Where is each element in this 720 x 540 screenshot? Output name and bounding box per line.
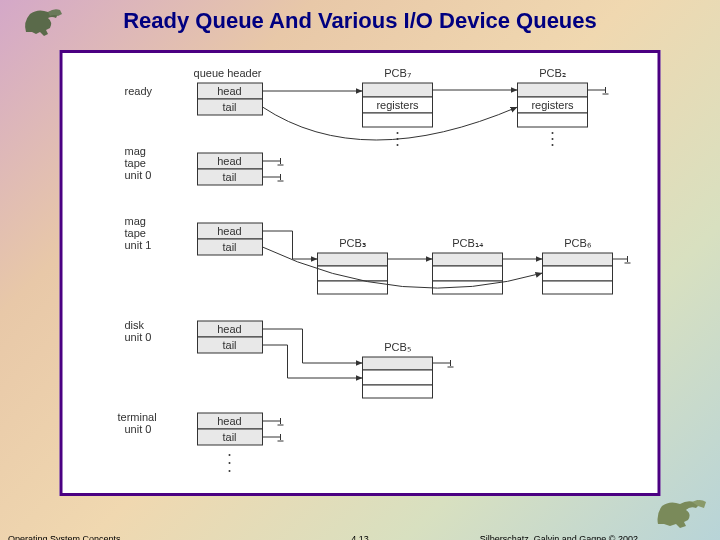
pcb5-label: PCB₅: [384, 341, 411, 353]
q-disk0-l1: disk: [125, 319, 145, 331]
q-disk0-tail: tail: [222, 339, 236, 351]
footer-right: Silberschatz, Galvin and Gagne © 2002: [480, 534, 638, 540]
svg-point-34: [552, 132, 554, 134]
dino-right-icon: [652, 492, 712, 532]
svg-point-30: [397, 144, 399, 146]
pcb3-label: PCB₃: [339, 237, 366, 249]
pcb6-label: PCB₆: [564, 237, 592, 249]
svg-rect-42: [318, 253, 388, 266]
svg-rect-57: [363, 370, 433, 385]
dino-left-icon: [18, 2, 73, 40]
svg-rect-45: [433, 253, 503, 266]
svg-point-36: [552, 144, 554, 146]
svg-rect-50: [543, 281, 613, 294]
q-mag1-l3: unit 1: [125, 239, 152, 251]
svg-rect-31: [518, 83, 588, 97]
svg-rect-49: [543, 266, 613, 281]
svg-rect-47: [433, 281, 503, 294]
svg-rect-25: [363, 83, 433, 97]
q-mag1-head: head: [217, 225, 241, 237]
svg-point-35: [552, 138, 554, 140]
q-term0-l1: terminal: [118, 411, 157, 423]
q-mag0-l3: unit 0: [125, 169, 152, 181]
pcb14-label: PCB₁₄: [452, 237, 484, 249]
svg-rect-33: [518, 113, 588, 127]
pcb2-label: PCB₂: [539, 67, 566, 79]
q-disk0-l2: unit 0: [125, 331, 152, 343]
footer-center: 4.13: [351, 534, 369, 540]
svg-point-24: [229, 470, 231, 472]
q-mag1-l1: mag: [125, 215, 146, 227]
q-mag0-l2: tape: [125, 157, 146, 169]
q-mag0-l1: mag: [125, 145, 146, 157]
q-ready-label: ready: [125, 85, 153, 97]
q-term0-l2: unit 0: [125, 423, 152, 435]
q-ready-head: head: [217, 85, 241, 97]
queue-diagram: queue header ready head tail mag tape un…: [60, 50, 661, 496]
q-ready-tail: tail: [222, 101, 236, 113]
svg-rect-46: [433, 266, 503, 281]
col-header: queue header: [194, 67, 262, 79]
slide-title: Ready Queue And Various I/O Device Queue…: [0, 8, 720, 34]
q-term0-tail: tail: [222, 431, 236, 443]
svg-rect-56: [363, 357, 433, 370]
q-mag1-tail: tail: [222, 241, 236, 253]
q-mag0-tail: tail: [222, 171, 236, 183]
footer-left: Operating System Concepts: [8, 534, 121, 540]
pcb7-label: PCB₇: [384, 67, 411, 79]
svg-rect-27: [363, 113, 433, 127]
pcb2-reg: registers: [531, 99, 574, 111]
svg-rect-58: [363, 385, 433, 398]
svg-rect-48: [543, 253, 613, 266]
svg-point-23: [229, 462, 231, 464]
q-term0-head: head: [217, 415, 241, 427]
q-mag1-l2: tape: [125, 227, 146, 239]
q-mag0-head: head: [217, 155, 241, 167]
svg-point-22: [229, 454, 231, 456]
pcb7-reg: registers: [376, 99, 419, 111]
q-disk0-head: head: [217, 323, 241, 335]
svg-point-28: [397, 132, 399, 134]
